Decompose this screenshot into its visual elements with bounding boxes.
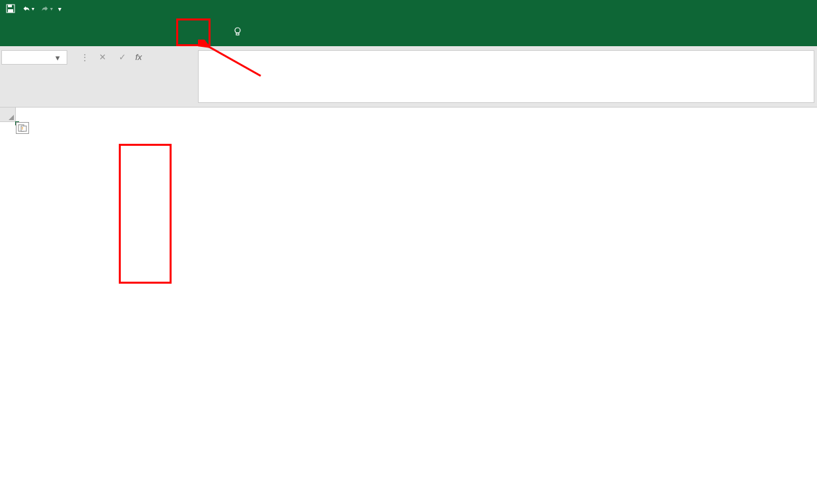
svg-rect-1 bbox=[8, 5, 12, 7]
tab-data[interactable] bbox=[114, 25, 135, 38]
tab-developer[interactable] bbox=[177, 25, 198, 38]
svg-rect-10 bbox=[22, 129, 23, 129]
svg-point-3 bbox=[235, 28, 240, 33]
qat-customize-icon[interactable]: ▾ bbox=[58, 5, 61, 13]
formula-expand-icon[interactable]: ⋮ bbox=[81, 52, 89, 62]
name-box-dropdown-icon[interactable]: ▾ bbox=[52, 53, 63, 63]
paste-options-icon[interactable] bbox=[16, 122, 29, 134]
tab-view[interactable] bbox=[156, 25, 177, 38]
spreadsheet-area bbox=[0, 108, 817, 504]
quick-access-toolbar: ▾ ▾ ▾ bbox=[5, 3, 61, 14]
tab-file[interactable] bbox=[8, 25, 29, 38]
tab-page-layout[interactable] bbox=[71, 25, 92, 38]
ribbon-tabs bbox=[0, 17, 817, 46]
svg-rect-9 bbox=[22, 127, 23, 128]
enter-formula-icon[interactable]: ✓ bbox=[115, 50, 129, 63]
redo-icon[interactable]: ▾ bbox=[40, 3, 53, 14]
bulb-icon bbox=[232, 26, 243, 37]
fx-icon[interactable]: fx bbox=[135, 52, 142, 62]
titlebar: ▾ ▾ ▾ bbox=[0, 0, 817, 17]
tab-review[interactable] bbox=[135, 25, 156, 38]
undo-icon[interactable]: ▾ bbox=[21, 3, 34, 14]
tab-home[interactable] bbox=[29, 25, 50, 38]
svg-rect-2 bbox=[8, 9, 13, 13]
tab-help[interactable] bbox=[198, 25, 219, 38]
save-icon[interactable] bbox=[5, 3, 16, 14]
tab-insert[interactable] bbox=[50, 25, 71, 38]
select-all-corner[interactable] bbox=[0, 108, 16, 122]
name-box[interactable]: ▾ bbox=[1, 50, 67, 65]
svg-rect-4 bbox=[236, 33, 239, 35]
cancel-formula-icon[interactable]: ✕ bbox=[96, 50, 109, 63]
formula-input[interactable] bbox=[198, 50, 814, 103]
tab-formulas[interactable] bbox=[92, 25, 114, 38]
formula-bar-area: ▾ ⋮ ✕ ✓ fx bbox=[0, 46, 817, 108]
tell-me-search[interactable] bbox=[232, 26, 248, 37]
